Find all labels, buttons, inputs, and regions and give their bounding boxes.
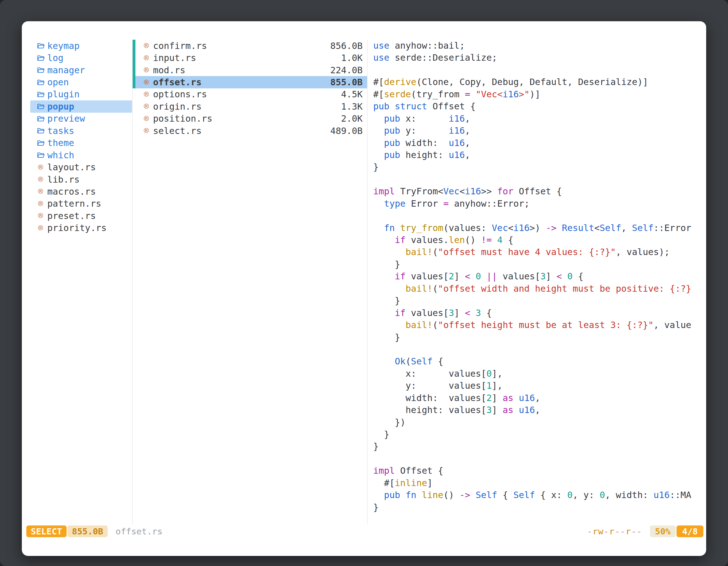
rust-file-icon: ® (36, 163, 45, 172)
file-item-layout.rs[interactable]: ®layout.rs (30, 161, 132, 173)
code-line: } (373, 295, 701, 307)
item-label: popup (47, 101, 74, 112)
item-label: options.rs (153, 89, 207, 100)
code-line: } (373, 161, 701, 173)
dir-item-theme[interactable]: theme (30, 137, 132, 149)
dir-item-log[interactable]: log (30, 52, 132, 64)
item-label: log (47, 53, 64, 63)
rust-file-icon: ® (142, 78, 151, 86)
file-size-badge: 855.0B (67, 525, 108, 537)
code-line: fn try_from(values: Vec<i16>) -> Result<… (373, 222, 701, 234)
dir-item-which[interactable]: which (30, 149, 132, 161)
code-line (373, 343, 701, 355)
rust-file-icon: ® (36, 200, 45, 208)
status-bar-left: SELECT 855.0B offset.rs (26, 525, 163, 537)
folder-icon (36, 66, 45, 74)
dir-item-manager[interactable]: manager (30, 64, 132, 76)
file-item-priority.rs[interactable]: ®priority.rs (30, 222, 132, 234)
file-item-select.rs[interactable]: ®select.rs489.0B (133, 125, 367, 137)
file-permissions: -rw-r--r-- (587, 526, 642, 536)
dir-item-plugin[interactable]: plugin (30, 88, 132, 100)
item-label: pattern.rs (47, 198, 101, 209)
file-size: 1.0K (341, 53, 363, 63)
folder-icon (36, 42, 45, 50)
desktop-background: keymaplogmanageropenpluginpopuppreviewta… (0, 0, 728, 566)
code-line: if values[2] < 0 || values[3] < 0 { (373, 271, 701, 283)
file-size: 2.0K (341, 113, 363, 124)
code-line (373, 453, 701, 465)
code-line: pub y: i16, (373, 125, 701, 137)
rust-file-icon: ® (142, 127, 151, 135)
status-bar-right: -rw-r--r-- 50% 4/8 (587, 525, 703, 537)
code-line: pub fn line() -> Self { Self { x: 0, y: … (373, 489, 701, 501)
panes-container: keymaplogmanageropenpluginpopuppreviewta… (27, 40, 701, 525)
code-line: x: values[0], (373, 368, 701, 380)
item-label: manager (47, 65, 85, 76)
file-size: 489.0B (330, 126, 363, 136)
item-label: theme (47, 138, 74, 148)
code-line: } (373, 331, 701, 343)
item-label: plugin (47, 89, 80, 100)
file-item-preset.rs[interactable]: ®preset.rs (30, 210, 132, 222)
code-line (373, 173, 701, 186)
file-item-input.rs[interactable]: ®input.rs1.0K (133, 52, 367, 64)
dir-item-keymap[interactable]: keymap (30, 40, 132, 52)
file-item-confirm.rs[interactable]: ®confirm.rs856.0B (133, 40, 367, 52)
rust-file-icon: ® (36, 224, 45, 232)
dir-item-popup[interactable]: popup (30, 100, 132, 112)
item-label: select.rs (153, 126, 201, 136)
code-line: pub height: u16, (373, 149, 701, 161)
status-bar: SELECT 855.0B offset.rs -rw-r--r-- 50% 4… (26, 525, 703, 538)
code-line: bail!("offset height must be at least 3:… (373, 319, 701, 331)
file-item-macros.rs[interactable]: ®macros.rs (30, 186, 132, 198)
folder-icon (36, 139, 45, 147)
code-line: pub struct Offset { (373, 100, 701, 112)
file-item-position.rs[interactable]: ®position.rs2.0K (133, 113, 367, 125)
code-line: #[derive(Clone, Copy, Debug, Default, De… (373, 76, 701, 88)
rust-file-icon: ® (142, 115, 151, 123)
item-label: confirm.rs (153, 41, 207, 51)
item-label: preset.rs (47, 211, 96, 221)
folder-icon (36, 151, 45, 159)
code-line: impl Offset { (373, 465, 701, 477)
rust-file-icon: ® (142, 66, 151, 74)
dir-item-preview[interactable]: preview (30, 113, 132, 125)
dir-item-open[interactable]: open (30, 76, 132, 88)
item-label: layout.rs (47, 162, 96, 173)
rust-file-icon: ® (142, 90, 151, 98)
file-size: 856.0B (330, 41, 363, 51)
folder-icon (36, 103, 45, 110)
mode-badge: SELECT (26, 525, 67, 537)
item-label: keymap (47, 41, 80, 51)
file-size: 855.0B (330, 77, 363, 88)
selection-mark (133, 52, 135, 64)
scroll-percent-badge: 50% (650, 525, 676, 537)
file-item-origin.rs[interactable]: ®origin.rs1.3K (133, 100, 367, 112)
file-item-options.rs[interactable]: ®options.rs4.5K (133, 88, 367, 100)
item-label: mod.rs (153, 65, 185, 76)
parent-directory-pane: keymaplogmanageropenpluginpopuppreviewta… (27, 40, 132, 525)
rust-file-icon: ® (142, 54, 151, 62)
selection-mark (133, 40, 135, 52)
code-line: } (373, 440, 701, 452)
file-item-offset.rs[interactable]: ®offset.rs855.0B (133, 76, 367, 88)
file-item-lib.rs[interactable]: ®lib.rs (30, 173, 132, 186)
dir-item-tasks[interactable]: tasks (30, 125, 132, 137)
item-label: priority.rs (47, 223, 107, 233)
item-label: lib.rs (47, 174, 80, 185)
item-label: preview (47, 113, 85, 124)
rust-file-icon: ® (142, 102, 151, 111)
code-line: Ok(Self { (373, 355, 701, 367)
file-size: 1.3K (341, 101, 363, 112)
folder-icon (36, 127, 45, 135)
file-item-mod.rs[interactable]: ®mod.rs224.0B (133, 64, 367, 76)
code-line: bail!("offset must have 4 values: {:?}",… (373, 246, 701, 258)
file-item-pattern.rs[interactable]: ®pattern.rs (30, 198, 132, 210)
file-size: 224.0B (330, 65, 363, 76)
code-line (373, 210, 701, 222)
item-label: macros.rs (47, 186, 96, 197)
code-line: y: values[1], (373, 380, 701, 392)
file-manager-window: keymaplogmanageropenpluginpopuppreviewta… (22, 21, 706, 556)
code-line: pub x: i16, (373, 113, 701, 125)
rust-file-icon: ® (36, 175, 45, 184)
